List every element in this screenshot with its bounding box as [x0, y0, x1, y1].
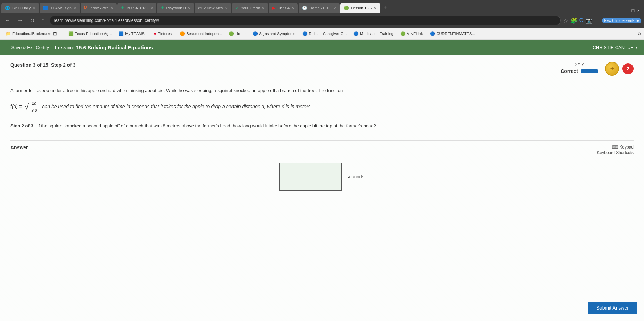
coin-icon: ✦ [605, 62, 619, 76]
divider-1 [10, 83, 634, 83]
step-text: Step 2 of 3: If the squirrel knocked a s… [10, 123, 634, 130]
bookmark-relias[interactable]: 🔵 Relias - Caregiver G... [300, 30, 350, 37]
bookmark-educational[interactable]: 📁 EducationalBookmarks ⊞ [3, 30, 60, 37]
tab-teams[interactable]: 🟦 TEAMS sign × [40, 3, 80, 13]
new-tab-button[interactable]: + [381, 3, 390, 13]
formula-line: f(d) = √ 2d 9.8 can be used to find the … [10, 100, 634, 114]
back-button[interactable]: ← [3, 16, 13, 25]
tab-newmes[interactable]: ✉ 2 New Mes × [195, 3, 231, 13]
sqrt-formula: √ 2d 9.8 [25, 100, 40, 114]
progress-section: 2/17 Correct [561, 62, 598, 74]
tab-icon-credit: ✓ [235, 6, 239, 10]
forward-button[interactable]: → [15, 16, 25, 25]
keypad-icon: ⌨ [612, 145, 618, 150]
screenshot-icon[interactable]: 📷 [585, 17, 592, 24]
keyboard-shortcuts-row[interactable]: Keyboard Shortcuts [597, 150, 634, 155]
tab-close-bisd[interactable]: × [33, 6, 35, 11]
bookmarks-bar: 📁 EducationalBookmarks ⊞ 🟩 Texas Educati… [0, 28, 644, 40]
bookmark-current[interactable]: 🔵 CURRENTINMATES... [427, 30, 478, 37]
content-area: ← Save & Exit Certify Lesson: 15.6 Solvi… [0, 40, 644, 321]
bookmark-myteams[interactable]: 🟦 My TEAMS - [116, 30, 149, 37]
tab-close-busatur[interactable]: × [150, 6, 153, 11]
tab-inbox[interactable]: M Inbox - cfre × [81, 3, 117, 13]
answer-header-row: Answer ⌨ Keypad Keyboard Shortcuts [10, 145, 634, 156]
tab-home[interactable]: 🕐 Home - Elli... × [299, 3, 340, 13]
tab-close-teams[interactable]: × [74, 6, 76, 11]
divider-2 [10, 118, 634, 118]
teams-icon-bm: 🟩 [68, 31, 74, 36]
medication-icon: 🔵 [353, 31, 359, 36]
save-exit-button[interactable]: ← Save & Exit Certify [6, 45, 49, 50]
bookmark-vinelink[interactable]: 🟢 VINELink [398, 30, 426, 37]
tab-close-chris[interactable]: × [292, 6, 295, 11]
tab-credit[interactable]: ✓ Your Credit × [232, 3, 268, 13]
tab-lesson[interactable]: 🟢 Lesson 15.6 × [340, 3, 380, 13]
bookmark-pinterest[interactable]: ● Pinterest [151, 30, 176, 37]
tab-bisd[interactable]: 🌐 BISD Daily × [1, 3, 39, 13]
folder-icon: 📁 [6, 31, 11, 36]
lesson-title: Lesson: 15.6 Solving Radical Equations [55, 44, 587, 50]
vinelink-icon: 🟢 [400, 31, 406, 36]
answer-input[interactable] [279, 163, 342, 191]
step-label: Step 2 of 3: [10, 123, 35, 128]
bookmark-signs[interactable]: 🔵 Signs and Symptoms [250, 30, 298, 37]
chrome-c-icon[interactable]: C [579, 17, 584, 24]
refresh-button[interactable]: ↻ [28, 16, 36, 25]
tab-close-newmes[interactable]: × [225, 6, 228, 11]
sqrt-content: 2d 9.8 [29, 100, 40, 114]
tab-icon-lesson: 🟢 [344, 6, 349, 10]
extension-icon[interactable]: 🧩 [570, 17, 577, 24]
tab-icon-inbox: M [84, 6, 88, 10]
current-icon: 🔵 [430, 31, 435, 36]
home-bm-icon: 🟢 [229, 31, 234, 36]
keypad-row[interactable]: ⌨ Keypad [597, 145, 634, 150]
divider-3 [10, 140, 634, 141]
question-area: Question 3 of 15, Step 2 of 3 2/17 Corre… [0, 55, 644, 321]
tab-close-playbook[interactable]: × [188, 6, 191, 11]
tab-playbook[interactable]: ✚ Playbook D × [157, 3, 194, 13]
signs-icon: 🔵 [253, 31, 258, 36]
address-bar-row: ← → ↻ ⌂ ☆ 🧩 C 📷 ⋮ New Chrome available [0, 13, 644, 28]
tab-chris[interactable]: ▶ Chris A × [269, 3, 298, 13]
submit-answer-button[interactable]: Submit Answer [588, 302, 637, 314]
bookmarks-more[interactable]: » [638, 30, 641, 37]
question-label: Question 3 of 15, Step 2 of 3 [10, 62, 75, 68]
grid-icon[interactable]: ⊞ [53, 31, 57, 36]
star-icon[interactable]: ☆ [563, 17, 568, 24]
spacer [10, 191, 634, 239]
problem-intro: A farmer fell asleep under a tree in his… [10, 87, 634, 94]
bookmark-beaumont[interactable]: 🟠 Beaumont Indepen... [177, 30, 225, 37]
progress-correct: Correct [561, 68, 598, 74]
tab-close-lesson[interactable]: × [374, 6, 377, 11]
bookmark-home[interactable]: 🟢 Home [226, 30, 248, 37]
home-nav-button[interactable]: ⌂ [39, 16, 47, 25]
menu-icon[interactable]: ⋮ [594, 17, 600, 24]
numerator: 2d [31, 100, 38, 107]
tab-icon-newmes: ✉ [198, 6, 202, 10]
address-input[interactable] [50, 16, 561, 25]
bookmark-divider [63, 31, 63, 37]
relias-icon: 🔵 [302, 31, 308, 36]
progress-fraction: 2/17 [575, 62, 584, 67]
tab-busatur[interactable]: ✚ BU SATURD × [117, 3, 156, 13]
tab-close-inbox[interactable]: × [111, 6, 114, 11]
tab-icon-chris: ▶ [272, 6, 275, 10]
bookmark-medication[interactable]: 🔵 Medication Training [351, 30, 396, 37]
pinterest-icon: ● [154, 31, 156, 36]
tab-close-credit[interactable]: × [262, 6, 265, 11]
tab-icon-busatur: ✚ [121, 6, 124, 10]
question-info: Question 3 of 15, Step 2 of 3 [10, 62, 561, 68]
answer-label: Answer [10, 145, 28, 150]
bookmark-texas-ed[interactable]: 🟩 Texas Education Ag... [66, 30, 115, 37]
denominator: 9.8 [30, 107, 38, 114]
content-wrapper: ← Save & Exit Certify Lesson: 15.6 Solvi… [0, 40, 644, 321]
tab-close-home[interactable]: × [333, 6, 336, 11]
question-header: Question 3 of 15, Step 2 of 3 2/17 Corre… [10, 62, 634, 76]
new-chrome-badge[interactable]: New Chrome available [602, 18, 641, 23]
lesson-header: ← Save & Exit Certify Lesson: 15.6 Solvi… [0, 40, 644, 55]
right-icons: ✦ 2 [605, 62, 634, 76]
heart-badge: 2 [622, 63, 634, 74]
user-dropdown-arrow[interactable]: ▼ [635, 45, 638, 49]
tab-icon-playbook: ✚ [161, 6, 164, 10]
user-name-display: CHRISTIE CANTUE ▼ [593, 45, 638, 50]
